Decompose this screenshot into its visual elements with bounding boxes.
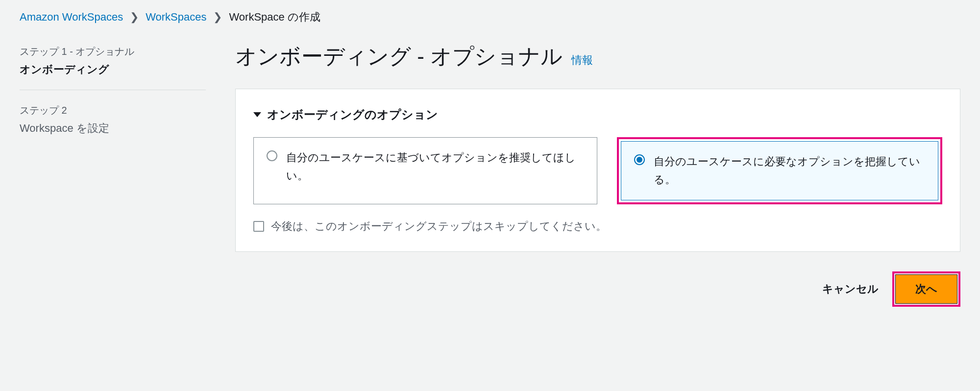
radio-option-know[interactable]: 自分のユースケースに必要なオプションを把握している。 <box>621 141 938 200</box>
skip-onboarding-checkbox[interactable]: 今後は、このオンボーディングステップはスキップしてください。 <box>253 219 942 234</box>
breadcrumb-link-amazon-workspaces[interactable]: Amazon WorkSpaces <box>20 11 123 24</box>
onboarding-radio-group: 自分のユースケースに基づいてオプションを推奨してほしい。 自分のユースケースに必… <box>253 137 942 204</box>
panel-header-toggle[interactable]: オンボーディングのオプション <box>253 107 942 122</box>
wizard-steps: ステップ 1 - オプショナル オンボーディング ステップ 2 Workspac… <box>20 42 206 307</box>
radio-option-label: 自分のユースケースに基づいてオプションを推奨してほしい。 <box>286 148 584 185</box>
divider <box>20 90 206 90</box>
onboarding-options-panel: オンボーディングのオプション 自分のユースケースに基づいてオプションを推奨してほ… <box>235 89 960 252</box>
caret-down-icon <box>253 112 261 117</box>
breadcrumb-link-workspaces[interactable]: WorkSpaces <box>146 11 206 24</box>
breadcrumb-current: WorkSpace の作成 <box>229 10 320 24</box>
skip-onboarding-label: 今後は、このオンボーディングステップはスキップしてください。 <box>271 219 607 234</box>
page-title: オンボーディング - オプショナル <box>235 42 563 71</box>
radio-icon <box>267 150 277 161</box>
wizard-step-1[interactable]: ステップ 1 - オプショナル オンボーディング <box>20 42 206 88</box>
wizard-step-title: オンボーディング <box>20 62 206 77</box>
wizard-step-title: Workspace を設定 <box>20 121 206 136</box>
wizard-step-2[interactable]: ステップ 2 Workspace を設定 <box>20 101 206 147</box>
main-content: オンボーディング - オプショナル 情報 オンボーディングのオプション 自分のユ… <box>235 42 960 307</box>
radio-icon <box>634 154 645 165</box>
wizard-step-meta: ステップ 2 <box>20 104 206 117</box>
panel-header-label: オンボーディングのオプション <box>267 107 438 122</box>
next-button[interactable]: 次へ <box>895 274 957 304</box>
wizard-actions: キャンセル 次へ <box>235 271 960 307</box>
radio-option-label: 自分のユースケースに必要なオプションを把握している。 <box>654 152 925 189</box>
highlight-annotation: 自分のユースケースに必要なオプションを把握している。 <box>617 137 942 204</box>
chevron-right-icon: ❯ <box>130 11 139 24</box>
cancel-button[interactable]: キャンセル <box>822 282 879 296</box>
chevron-right-icon: ❯ <box>213 11 222 24</box>
radio-option-recommend[interactable]: 自分のユースケースに基づいてオプションを推奨してほしい。 <box>253 137 597 204</box>
breadcrumb: Amazon WorkSpaces ❯ WorkSpaces ❯ WorkSpa… <box>20 10 960 24</box>
checkbox-icon <box>253 221 264 232</box>
info-link[interactable]: 情報 <box>571 53 593 68</box>
highlight-annotation: 次へ <box>892 271 960 307</box>
wizard-step-meta: ステップ 1 - オプショナル <box>20 45 206 58</box>
